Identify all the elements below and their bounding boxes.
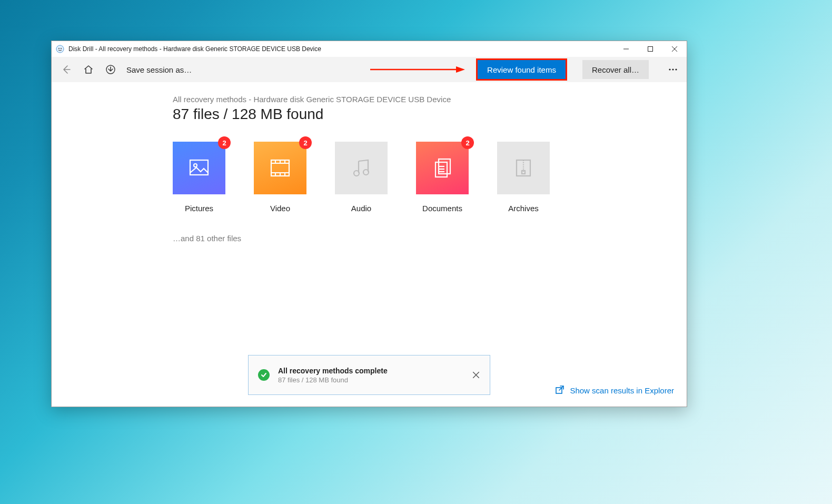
- notice-title: All recovery methods complete: [278, 367, 461, 375]
- svg-point-1: [58, 48, 60, 49]
- badge-pictures: 2: [218, 136, 231, 149]
- document-icon: [430, 156, 454, 180]
- save-session-label[interactable]: Save session as…: [126, 65, 192, 74]
- more-options-button[interactable]: [665, 60, 681, 79]
- tile-label: Pictures: [185, 204, 213, 213]
- app-window: Disk Drill - All recovery methods - Hard…: [51, 41, 687, 407]
- tile-label: Audio: [351, 204, 371, 213]
- checkmark-icon: [258, 369, 270, 381]
- svg-rect-4: [648, 47, 653, 52]
- tile-video[interactable]: 2 Video: [254, 142, 306, 213]
- explorer-link-label: Show scan results in Explorer: [570, 386, 674, 395]
- open-external-icon: [555, 385, 564, 396]
- tile-documents[interactable]: 2 Do: [416, 142, 469, 213]
- svg-point-2: [61, 48, 62, 49]
- toolbar: Save session as… Review found items Reco…: [52, 57, 687, 82]
- badge-video: 2: [299, 136, 312, 149]
- archive-icon: [511, 156, 536, 180]
- review-found-items-button[interactable]: Review found items: [478, 60, 566, 79]
- minimize-button[interactable]: [614, 41, 638, 57]
- download-icon[interactable]: [104, 63, 117, 76]
- svg-point-29: [435, 164, 436, 165]
- svg-point-11: [672, 68, 673, 70]
- svg-point-32: [435, 171, 436, 171]
- notice-close-button[interactable]: [470, 369, 482, 381]
- svg-point-0: [56, 45, 64, 53]
- svg-point-31: [435, 169, 436, 169]
- titlebar: Disk Drill - All recovery methods - Hard…: [52, 41, 687, 57]
- maximize-button[interactable]: [638, 41, 662, 57]
- show-in-explorer-link[interactable]: Show scan results in Explorer: [555, 385, 674, 396]
- window-title: Disk Drill - All recovery methods - Hard…: [68, 45, 614, 53]
- svg-rect-40: [522, 171, 525, 174]
- svg-point-12: [675, 68, 677, 70]
- review-callout-highlight: Review found items: [478, 60, 566, 79]
- tile-audio[interactable]: Audio: [335, 142, 388, 213]
- svg-rect-13: [190, 160, 208, 175]
- recover-all-button[interactable]: Recover all…: [582, 60, 649, 79]
- app-icon: [56, 45, 64, 53]
- badge-documents: 2: [461, 136, 474, 149]
- svg-point-33: [435, 173, 436, 173]
- svg-point-24: [354, 171, 359, 176]
- svg-marker-9: [456, 66, 465, 73]
- tile-label: Documents: [422, 204, 462, 213]
- back-button[interactable]: [60, 63, 73, 76]
- more-files-text: …and 81 other files: [173, 234, 647, 243]
- category-tiles: 2 Pictures 2 Video: [173, 142, 647, 213]
- svg-point-30: [435, 166, 436, 167]
- headline: 87 files / 128 MB found: [173, 106, 647, 123]
- home-button[interactable]: [82, 63, 95, 76]
- film-icon: [268, 156, 292, 180]
- tile-label: Archives: [508, 204, 539, 213]
- svg-point-14: [194, 164, 197, 167]
- tile-archives[interactable]: Archives: [497, 142, 550, 213]
- close-button[interactable]: [662, 41, 687, 57]
- image-icon: [187, 156, 211, 180]
- svg-point-25: [363, 170, 369, 175]
- callout-arrow: [370, 64, 465, 75]
- svg-point-10: [669, 68, 670, 70]
- window-controls: [614, 41, 687, 57]
- notice-subtitle: 87 files / 128 MB found: [278, 376, 461, 384]
- subtitle: All recovery methods - Hardware disk Gen…: [173, 95, 647, 104]
- tile-pictures[interactable]: 2 Pictures: [173, 142, 225, 213]
- svg-point-34: [435, 175, 436, 175]
- completion-notice: All recovery methods complete 87 files /…: [248, 355, 490, 395]
- content-area: All recovery methods - Hardware disk Gen…: [52, 82, 687, 407]
- music-icon: [349, 156, 373, 180]
- tile-label: Video: [270, 204, 290, 213]
